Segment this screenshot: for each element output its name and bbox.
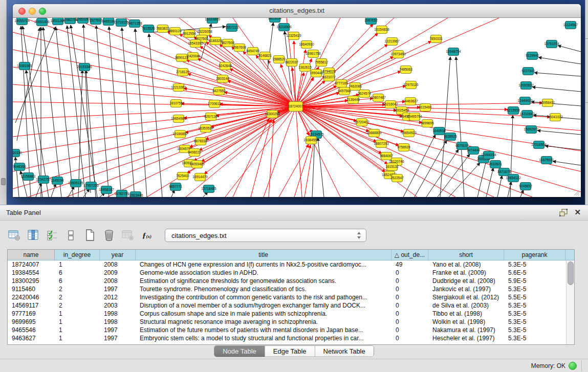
network-canvas[interactable]: 1405571420691406185112641098275110653287… — [13, 18, 581, 197]
graph-node[interactable]: 12213967 — [384, 38, 400, 46]
graph-node[interactable]: 9245652 — [519, 183, 532, 190]
graph-node[interactable]: 9242848 — [219, 62, 232, 70]
table-cell[interactable]: Embryonic stem cells: a model to study s… — [136, 334, 391, 342]
graph-node[interactable]: 9860124 — [168, 28, 182, 35]
table-cell[interactable]: 0 — [391, 293, 428, 301]
table-cell[interactable]: 2003 — [100, 301, 136, 310]
graph-node[interactable]: 1588520 — [272, 56, 286, 63]
table-cell[interactable]: Tibbo et al. (1998) — [428, 310, 504, 318]
table-cell[interactable]: 5.3E-5 — [504, 326, 565, 334]
table-cell[interactable]: 22420046 — [8, 293, 55, 301]
graph-node[interactable]: 8813054 — [268, 18, 281, 23]
table-cell[interactable]: 9115460 — [8, 285, 55, 293]
graph-node[interactable]: 10653287 — [75, 18, 91, 24]
table-cell[interactable]: 0 — [391, 310, 428, 318]
graph-node[interactable]: 14463627 — [403, 98, 418, 105]
graph-node[interactable]: 7485063 — [399, 66, 412, 74]
table-scrollbar[interactable] — [566, 260, 574, 344]
table-cell[interactable]: 2008 — [100, 277, 136, 285]
table-cell[interactable]: Hescheler et al. (1997) — [428, 334, 504, 342]
table-row[interactable]: 1938455462009Genome-wide association stu… — [8, 269, 574, 277]
tab-node-table[interactable]: Node Table — [214, 346, 265, 357]
graph-node[interactable]: 1810755 — [169, 100, 183, 107]
graph-node[interactable]: 16548754 — [446, 48, 461, 56]
graph-node[interactable]: 2803144 — [216, 75, 229, 83]
graph-node[interactable]: 6497568 — [338, 87, 351, 95]
table-row[interactable]: 911546021997Tourette syndrome. Phenomeno… — [8, 285, 574, 293]
table-cell[interactable]: Wolkin et al. (1998) — [428, 318, 504, 326]
table-row[interactable]: 946554611997Estimation of the future num… — [8, 326, 574, 334]
graph-node[interactable]: 9474444 — [467, 147, 480, 155]
graph-node[interactable]: 9756928 — [397, 144, 410, 151]
memory-status-indicator[interactable] — [569, 362, 577, 370]
table-cell[interactable]: 6 — [55, 277, 100, 285]
table-cell[interactable]: 9777169 — [8, 310, 55, 318]
graph-node[interactable]: 8186328 — [209, 37, 222, 45]
table-cell[interactable]: 0 — [391, 269, 428, 277]
table-cell[interactable]: 6 — [55, 269, 100, 277]
graph-node[interactable]: 16033809 — [205, 18, 220, 24]
table-row[interactable]: 946362711997Embryonic stem cells: a mode… — [8, 334, 574, 342]
graph-node[interactable]: 10807487 — [371, 94, 386, 102]
graph-node[interactable]: 8454749 — [246, 48, 259, 55]
table-cell[interactable]: 5.9E-5 — [504, 277, 565, 285]
graph-node[interactable]: 7462086 — [349, 83, 362, 91]
graph-node[interactable]: 15751074 — [544, 40, 559, 48]
new-column-icon[interactable] — [83, 228, 97, 243]
table-cell[interactable]: Franke et al. (2009) — [428, 269, 504, 277]
graph-node[interactable]: 15083365 — [17, 62, 32, 70]
table-cell[interactable]: 5.3E-5 — [504, 318, 565, 326]
table-cell[interactable]: 5.6E-5 — [504, 269, 565, 277]
table-cell[interactable]: 0 — [391, 318, 428, 326]
graph-node[interactable]: 15718485 — [201, 185, 216, 193]
graph-node[interactable]: 10973493 — [390, 51, 406, 58]
table-cell[interactable]: 1998 — [100, 310, 136, 318]
graph-node[interactable]: 16961758 — [306, 50, 321, 58]
graph-node[interactable]: 16958187 — [99, 186, 114, 194]
table-cell[interactable]: Disruption of a novel member of a sodium… — [136, 301, 391, 310]
graph-node[interactable]: 2522547 — [390, 174, 404, 182]
resize-grip-icon[interactable] — [573, 189, 580, 196]
table-cell[interactable]: 18300295 — [8, 277, 55, 285]
graph-node[interactable]: 9498222 — [188, 149, 201, 157]
table-cell[interactable]: 1 — [55, 318, 100, 326]
graph-node[interactable]: 19166852 — [172, 130, 188, 138]
graph-node[interactable]: 19495794 — [407, 113, 422, 121]
graph-node[interactable]: 12444194 — [481, 151, 496, 159]
graph-node[interactable]: 8267130 — [204, 113, 217, 121]
column-visibility-icon[interactable] — [26, 228, 40, 243]
table-cell[interactable]: 5.3E-5 — [504, 260, 565, 269]
table-cell[interactable]: Investigating the contribution of common… — [136, 293, 391, 301]
graph-node[interactable]: 12342757 — [36, 176, 51, 184]
graph-node[interactable]: 8427552 — [212, 87, 226, 95]
table-cell[interactable]: 0 — [391, 301, 428, 310]
graph-node[interactable]: 7663822 — [156, 25, 169, 33]
graph-node[interactable]: 7625402 — [176, 172, 189, 180]
graph-node[interactable]: 17957255 — [83, 182, 99, 190]
graph-node[interactable]: 9857771 — [169, 183, 182, 191]
table-cell[interactable]: Genome-wide association studies in ADHD. — [136, 269, 391, 277]
graph-hub-node[interactable]: 18724007 — [288, 102, 303, 112]
graph-node[interactable]: 16210643 — [519, 111, 535, 118]
table-cell[interactable]: 5.5E-5 — [504, 293, 565, 301]
column-header-pagerank[interactable]: pagerank — [504, 250, 565, 260]
graph-node[interactable]: 12444419 — [517, 97, 533, 105]
graph-node[interactable]: 8912954 — [183, 30, 196, 38]
tab-edge-table[interactable]: Edge Table — [265, 346, 315, 357]
graph-node[interactable]: 18807293 — [374, 140, 389, 148]
graph-node[interactable]: 9227343 — [521, 68, 535, 75]
table-row[interactable]: 969969511998Structural magnetic resonanc… — [8, 318, 574, 326]
graph-node[interactable]: 14093489 — [189, 161, 205, 168]
graph-node[interactable]: 14671358 — [127, 20, 142, 28]
close-panel-icon[interactable]: ✕ — [574, 208, 581, 217]
table-cell[interactable]: 2 — [55, 301, 100, 310]
graph-node[interactable]: 9046366 — [13, 163, 26, 171]
table-cell[interactable]: 19384554 — [8, 269, 55, 277]
graph-node[interactable]: 15692971 — [524, 126, 539, 134]
column-header-short[interactable]: short — [428, 250, 504, 260]
table-cell[interactable]: 1 — [55, 326, 100, 334]
graph-node[interactable]: 20153346 — [77, 63, 92, 71]
table-cell[interactable]: 0 — [391, 326, 428, 334]
graph-node[interactable]: 19384554 — [303, 137, 319, 144]
graph-node[interactable]: 10654122 — [506, 174, 521, 182]
